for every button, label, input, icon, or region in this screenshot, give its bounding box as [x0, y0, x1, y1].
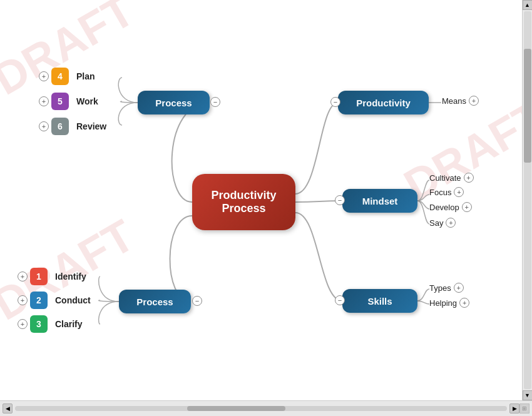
scroll-left-btn[interactable]: ◀ — [3, 403, 13, 413]
badge-3: 3 — [30, 315, 48, 333]
conduct-label: Conduct — [55, 295, 91, 305]
productivity-node: Productivity — [338, 91, 429, 114]
resize-handle[interactable]: ⊞ — [519, 403, 529, 413]
badge-5: 5 — [51, 93, 69, 110]
mindset-node: Mindset — [342, 189, 417, 213]
mindset-minus[interactable]: − — [335, 195, 345, 205]
develop-label: Develop — [429, 203, 459, 212]
focus-plus[interactable]: + — [454, 187, 464, 197]
badge-plan: + 4 Plan — [39, 68, 95, 85]
plan-plus[interactable]: + — [39, 71, 49, 81]
badge-identify: + 1 Identify — [18, 268, 86, 285]
leaf-types: Types + — [429, 283, 464, 293]
focus-label: Focus — [429, 188, 451, 197]
central-node: Productivity Process — [192, 174, 295, 230]
types-plus[interactable]: + — [454, 283, 464, 293]
review-plus[interactable]: + — [39, 121, 49, 131]
bottom-left-process-minus[interactable]: − — [192, 296, 202, 306]
leaf-cultivate: Cultivate + — [429, 173, 474, 183]
vertical-scrollbar[interactable]: ▲ ▼ — [522, 0, 532, 400]
plan-label: Plan — [76, 71, 95, 81]
clarify-label: Clarify — [55, 319, 83, 329]
badge-clarify: + 3 Clarify — [18, 315, 83, 333]
badge-work: + 5 Work — [39, 93, 98, 110]
review-label: Review — [76, 121, 106, 131]
productivity-minus[interactable]: − — [330, 97, 340, 107]
cultivate-plus[interactable]: + — [464, 173, 474, 183]
develop-plus[interactable]: + — [462, 202, 472, 212]
identify-label: Identify — [55, 271, 86, 282]
badge-conduct: + 2 Conduct — [18, 292, 91, 309]
conduct-plus[interactable]: + — [18, 295, 28, 305]
cultivate-label: Cultivate — [429, 173, 461, 183]
skills-minus[interactable]: − — [335, 295, 345, 305]
scroll-thumb-horizontal[interactable] — [187, 406, 285, 411]
types-label: Types — [429, 283, 451, 293]
scroll-track-horizontal[interactable] — [15, 406, 507, 411]
helping-label: Helping — [429, 298, 457, 308]
helping-plus[interactable]: + — [459, 298, 469, 308]
scroll-up-btn[interactable]: ▲ — [523, 0, 533, 10]
badge-review: + 6 Review — [39, 118, 106, 135]
say-label: Say — [429, 218, 443, 228]
watermark-1: DRAFT — [0, 0, 143, 104]
bottom-left-process-node: Process — [119, 290, 191, 313]
scroll-track-vertical[interactable] — [524, 11, 531, 389]
leaf-say: Say + — [429, 218, 456, 228]
scroll-right-btn[interactable]: ▶ — [509, 403, 519, 413]
work-label: Work — [76, 96, 98, 106]
say-plus[interactable]: + — [446, 218, 456, 228]
clarify-plus[interactable]: + — [18, 319, 28, 329]
skills-node: Skills — [342, 289, 417, 313]
scroll-down-btn[interactable]: ▼ — [523, 390, 533, 400]
top-left-process-node: Process — [138, 91, 210, 114]
badge-4: 4 — [51, 68, 69, 85]
leaf-focus: Focus + — [429, 187, 464, 197]
work-plus[interactable]: + — [39, 96, 49, 106]
leaf-means: Means + — [442, 96, 479, 106]
horizontal-scrollbar[interactable]: ◀ ▶ ⊞ — [0, 400, 532, 416]
badge-2: 2 — [30, 292, 48, 309]
badge-6: 6 — [51, 118, 69, 135]
identify-plus[interactable]: + — [18, 271, 28, 282]
scroll-thumb-vertical[interactable] — [524, 49, 531, 162]
leaf-develop: Develop + — [429, 202, 472, 212]
means-label: Means — [442, 96, 466, 106]
badge-1: 1 — [30, 268, 48, 285]
means-plus[interactable]: + — [469, 96, 479, 106]
top-left-process-minus[interactable]: − — [210, 97, 220, 107]
leaf-helping: Helping + — [429, 298, 469, 308]
